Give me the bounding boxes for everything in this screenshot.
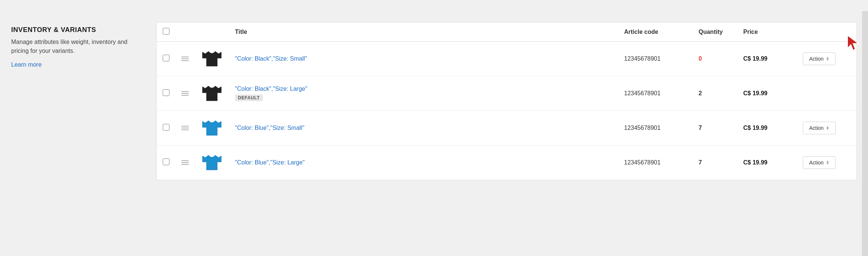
price-value: C$ 19.99 — [743, 125, 767, 131]
article-code-cell: 12345678901 — [618, 145, 693, 180]
row-checkbox-cell — [157, 42, 175, 76]
drag-handle-cell — [175, 145, 195, 180]
action-cell: Action⇕ — [797, 111, 856, 145]
action-button-label: Action — [809, 160, 824, 166]
drag-handle[interactable] — [181, 91, 189, 96]
action-cell: Action⇕ — [797, 42, 856, 76]
header-article-col: Article code — [618, 23, 693, 42]
learn-more-link[interactable]: Learn more — [11, 61, 42, 68]
product-image-cell — [195, 76, 229, 111]
variant-title-link[interactable]: "Color: Black","Size: Large" — [235, 86, 307, 92]
article-code-cell: 12345678901 — [618, 42, 693, 76]
row-checkbox[interactable] — [163, 159, 169, 165]
drag-handle[interactable] — [181, 160, 189, 165]
scrollbar-track[interactable] — [862, 11, 868, 256]
variant-title-cell: "Color: Black","Size: Large"DEFAULT — [229, 76, 618, 111]
article-code-cell: 12345678901 — [618, 111, 693, 145]
quantity-cell: 7 — [693, 111, 737, 145]
default-badge: DEFAULT — [235, 95, 263, 101]
action-cell: Action⇕ — [797, 145, 856, 180]
sidebar: INVENTORY & VARIANTS Manage attributes l… — [11, 22, 138, 68]
action-button-label: Action — [809, 125, 824, 131]
row-checkbox[interactable] — [163, 89, 169, 96]
article-code-cell: 12345678901 — [618, 76, 693, 111]
product-thumbnail — [201, 48, 223, 70]
variants-table-container: Title Article code Quantity Price — [156, 22, 857, 180]
product-image-cell — [195, 111, 229, 145]
price-value: C$ 19.99 — [743, 159, 767, 166]
drag-handle[interactable] — [181, 57, 189, 61]
variant-title-cell: "Color: Blue","Size: Large" — [229, 145, 618, 180]
product-image-cell — [195, 145, 229, 180]
price-cell: C$ 19.99 — [737, 76, 797, 111]
quantity-cell: 2 — [693, 76, 737, 111]
variant-title-cell: "Color: Blue","Size: Small" — [229, 111, 618, 145]
table-row: "Color: Blue","Size: Small"123456789017C… — [157, 111, 856, 145]
action-button[interactable]: Action⇕ — [803, 52, 836, 65]
action-button-label: Action — [809, 56, 824, 62]
row-checkbox[interactable] — [163, 124, 169, 131]
drag-handle-cell — [175, 76, 195, 111]
action-button[interactable]: Action⇕ — [803, 156, 836, 169]
sidebar-description: Manage attributes like weight, inventory… — [11, 38, 138, 55]
quantity-cell: 0 — [693, 42, 737, 76]
header-drag-col — [175, 23, 195, 42]
price-cell: C$ 19.99 — [737, 42, 797, 76]
header-price-col: Price — [737, 23, 797, 42]
price-value: C$ 19.99 — [743, 90, 767, 96]
table-row: "Color: Black","Size: Small"123456789010… — [157, 42, 856, 76]
header-quantity-col: Quantity — [693, 23, 737, 42]
select-all-checkbox[interactable] — [163, 28, 169, 35]
sidebar-title: INVENTORY & VARIANTS — [11, 26, 138, 34]
price-cell: C$ 19.99 — [737, 145, 797, 180]
variants-table: Title Article code Quantity Price — [157, 23, 856, 180]
row-checkbox[interactable] — [163, 55, 169, 61]
product-thumbnail — [201, 151, 223, 174]
quantity-value: 0 — [699, 55, 702, 62]
table-row: "Color: Black","Size: Large"DEFAULT12345… — [157, 76, 856, 111]
header-title-col: Title — [229, 23, 618, 42]
header-checkbox-col — [157, 23, 175, 42]
header-image-col — [195, 23, 229, 42]
quantity-cell: 7 — [693, 145, 737, 180]
variant-title-link[interactable]: "Color: Blue","Size: Large" — [235, 159, 305, 166]
drag-handle[interactable] — [181, 126, 189, 130]
table-header-row: Title Article code Quantity Price — [157, 23, 856, 42]
row-checkbox-cell — [157, 76, 175, 111]
drag-handle-cell — [175, 111, 195, 145]
price-cell: C$ 19.99 — [737, 111, 797, 145]
action-button[interactable]: Action⇕ — [803, 122, 836, 134]
chevron-icon: ⇕ — [826, 126, 829, 131]
action-cell — [797, 76, 856, 111]
quantity-value: 7 — [699, 159, 702, 166]
quantity-value: 7 — [699, 125, 702, 131]
table-row: "Color: Blue","Size: Large"123456789017C… — [157, 145, 856, 180]
header-action-col — [797, 23, 856, 42]
drag-handle-cell — [175, 42, 195, 76]
product-thumbnail — [201, 82, 223, 105]
variant-title-link[interactable]: "Color: Blue","Size: Small" — [235, 125, 304, 131]
chevron-icon: ⇕ — [826, 57, 829, 61]
product-image-cell — [195, 42, 229, 76]
variant-title-cell: "Color: Black","Size: Small" — [229, 42, 618, 76]
variant-title-link[interactable]: "Color: Black","Size: Small" — [235, 55, 307, 62]
quantity-value: 2 — [699, 90, 702, 96]
row-checkbox-cell — [157, 111, 175, 145]
product-thumbnail — [201, 117, 223, 139]
price-value: C$ 19.99 — [743, 55, 767, 62]
row-checkbox-cell — [157, 145, 175, 180]
chevron-icon: ⇕ — [826, 160, 829, 165]
